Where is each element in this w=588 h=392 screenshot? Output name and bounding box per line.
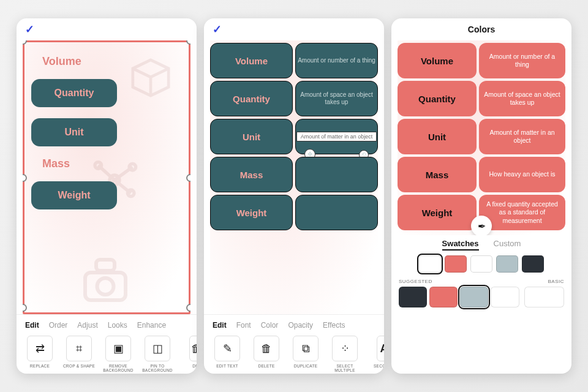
- swatch[interactable]: [445, 255, 467, 273]
- def-cell[interactable]: How heavy an object is: [479, 157, 565, 192]
- term-cell[interactable]: Volume: [210, 43, 293, 78]
- group-suggested: SUGGESTED: [399, 279, 519, 307]
- swatch[interactable]: [524, 287, 565, 307]
- term-pill[interactable]: Quantity: [31, 79, 117, 107]
- topbar: Colors: [391, 18, 571, 40]
- swatch-row: [391, 252, 571, 279]
- tab-effects[interactable]: Effects: [323, 321, 345, 330]
- term-cell[interactable]: Weight: [398, 195, 477, 230]
- pencil-icon: ✎: [214, 336, 240, 361]
- term-cell[interactable]: Quantity: [210, 81, 293, 116]
- page-title: Colors: [400, 24, 563, 34]
- swatch[interactable]: [419, 255, 441, 273]
- tool-delete[interactable]: 🗑DEL: [179, 336, 197, 374]
- card-row: Mass How heavy an object is: [398, 157, 565, 192]
- term-cell[interactable]: Weight: [210, 195, 293, 230]
- tab-opacity[interactable]: Opacity: [288, 321, 313, 330]
- swatch[interactable]: [470, 255, 492, 273]
- term-cell[interactable]: Unit: [398, 119, 477, 154]
- swatch[interactable]: [491, 287, 519, 307]
- tab-looks[interactable]: Looks: [108, 321, 127, 330]
- tab-order[interactable]: Order: [49, 321, 68, 330]
- canvas[interactable]: Volume Quantity Unit Mass Weight: [23, 40, 190, 314]
- def-cell-selected[interactable]: Amount of matter in an object ✥ ⟲: [295, 119, 378, 154]
- tool-pin-bg[interactable]: ◫PIN TO BACKGROUND: [140, 336, 175, 374]
- edit-tabs: Edit Order Adjust Looks Enhance: [17, 314, 197, 333]
- term-cell[interactable]: Unit: [210, 119, 293, 154]
- tab-color[interactable]: Color: [261, 321, 279, 330]
- term-pill[interactable]: Weight: [31, 181, 117, 209]
- group-basic: BASIC: [524, 279, 565, 307]
- confirm-icon[interactable]: ✓: [213, 23, 222, 36]
- tab-edit[interactable]: Edit: [213, 321, 227, 330]
- tool-remove-bg[interactable]: ▣REMOVE BACKGROUND: [101, 336, 135, 374]
- tool-select-multiple[interactable]: ⁘SELECT MULTIPLE: [328, 336, 362, 374]
- group-label: SUGGESTED: [399, 279, 519, 284]
- card-row: Volume Amount or number of a thing: [398, 43, 565, 78]
- swatch-tabs: Swatches Custom: [391, 235, 571, 252]
- tool-duplicate[interactable]: ⧉DUPLICATE: [288, 336, 323, 374]
- def-cell[interactable]: Amount of space an object takes up: [295, 81, 378, 116]
- card-row: Unit Amount of matter in an object: [398, 119, 565, 154]
- swatch[interactable]: [399, 287, 427, 307]
- ghost-label: Volume: [31, 55, 182, 68]
- swatch[interactable]: [429, 287, 458, 307]
- tab-custom[interactable]: Custom: [494, 239, 521, 251]
- replace-icon: ⇄: [27, 336, 53, 361]
- tool-secondary[interactable]: ASECONDA: [367, 336, 384, 374]
- term-cell[interactable]: Quantity: [398, 81, 477, 116]
- card-rows: Volume Amount or number of a thing Quant…: [210, 40, 378, 230]
- card-rows: Volume Amount or number of a thing Quant…: [398, 40, 565, 230]
- def-cell[interactable]: [295, 157, 378, 192]
- group-label: BASIC: [524, 279, 565, 284]
- tool-row: ⇄REPLACE ⌗CROP & SHAPE ▣REMOVE BACKGROUN…: [17, 333, 197, 374]
- resize-handle-icon[interactable]: [186, 304, 190, 312]
- panel-colors: Colors Volume Amount or number of a thin…: [391, 18, 571, 374]
- tool-row: ✎EDIT TEXT 🗑DELETE ⧉DUPLICATE ⁘SELECT MU…: [204, 333, 384, 374]
- swatch[interactable]: [460, 287, 488, 307]
- text-style-icon: A: [377, 336, 384, 361]
- canvas[interactable]: Volume Amount or number of a thing Quant…: [398, 40, 565, 235]
- def-cell[interactable]: A fixed quantity accepted as a standard …: [479, 195, 565, 230]
- duplicate-icon: ⧉: [293, 336, 318, 361]
- svg-point-12: [97, 278, 114, 295]
- term-cell[interactable]: Mass: [210, 157, 293, 192]
- swatch[interactable]: [496, 255, 518, 273]
- card-row: Quantity Amount of space an object takes…: [210, 81, 378, 116]
- card-row: Unit Amount of matter in an object ✥ ⟲: [210, 119, 378, 154]
- tool-delete[interactable]: 🗑DELETE: [249, 336, 284, 374]
- panel-edit-text: ✓ Volume Amount or number of a thing Qua…: [204, 18, 384, 374]
- tool-edit-text[interactable]: ✎EDIT TEXT: [210, 336, 244, 374]
- tool-crop[interactable]: ⌗CROP & SHAPE: [62, 336, 96, 374]
- term-cell[interactable]: Volume: [398, 43, 477, 78]
- canvas[interactable]: Volume Amount or number of a thing Quant…: [210, 40, 378, 314]
- topbar: ✓: [204, 18, 384, 40]
- def-cell[interactable]: Amount of matter in an object: [479, 119, 565, 154]
- card-row: Volume Amount or number of a thing: [210, 43, 378, 78]
- tab-font[interactable]: Font: [236, 321, 251, 330]
- swatch-groups: SUGGESTED BASIC: [391, 279, 571, 314]
- crop-icon: ⌗: [66, 336, 92, 361]
- pin-icon: ◫: [145, 336, 170, 361]
- trash-icon: 🗑: [254, 336, 279, 361]
- ghost-label: Mass: [31, 157, 182, 170]
- def-cell[interactable]: Amount or number of a thing: [479, 43, 565, 78]
- tool-replace[interactable]: ⇄REPLACE: [23, 336, 57, 374]
- def-cell[interactable]: [295, 195, 378, 230]
- term-pill[interactable]: Unit: [31, 118, 117, 146]
- tab-adjust[interactable]: Adjust: [77, 321, 97, 330]
- card-row: Quantity Amount of space an object takes…: [398, 81, 565, 116]
- def-cell[interactable]: Amount or number of a thing: [295, 43, 378, 78]
- tab-edit[interactable]: Edit: [25, 321, 39, 330]
- tab-enhance[interactable]: Enhance: [137, 321, 166, 330]
- confirm-icon[interactable]: ✓: [25, 23, 34, 36]
- select-multiple-icon: ⁘: [332, 336, 358, 361]
- def-cell[interactable]: Amount of space an object takes up: [479, 81, 565, 116]
- image-icon: ▣: [105, 336, 131, 361]
- eyedropper-button[interactable]: ✒: [471, 216, 492, 235]
- tab-swatches[interactable]: Swatches: [442, 239, 479, 251]
- text-edit-box[interactable]: Amount of matter in an object: [296, 132, 377, 142]
- term-cell[interactable]: Mass: [398, 157, 477, 192]
- swatch[interactable]: [522, 255, 544, 273]
- topbar: ✓: [17, 18, 197, 40]
